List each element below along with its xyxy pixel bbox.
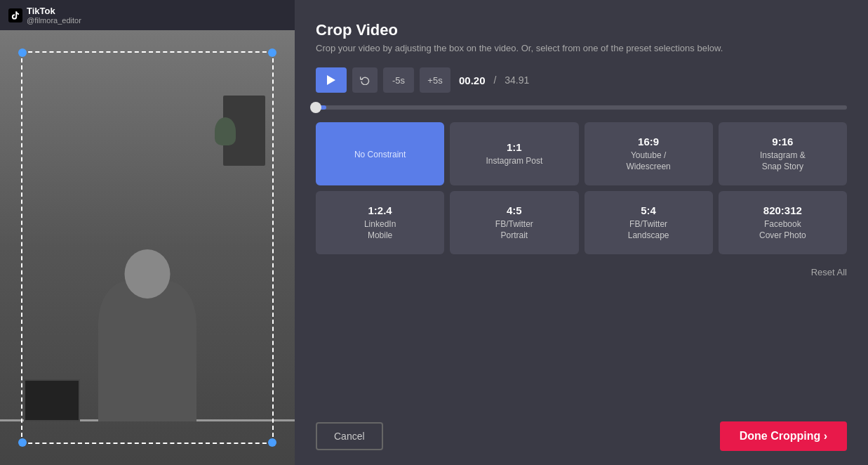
person-head (125, 249, 171, 299)
preset-4-5-label: FB/TwitterPortrait (495, 219, 533, 241)
cancel-button[interactable]: Cancel (316, 422, 383, 450)
total-time: 34.91 (505, 74, 529, 86)
svg-marker-0 (327, 75, 335, 85)
preset-9-16[interactable]: 9:16 Instagram &Snap Story (719, 122, 847, 185)
preset-820-312-label: FacebookCover Photo (759, 219, 806, 241)
reset-row: Reset All (316, 267, 847, 277)
video-background: A SCARY HALLOWEEN (0, 30, 295, 465)
plant (215, 117, 236, 145)
video-preview-panel: TikTok @filmora_editor A SCARY HALLOWEEN (0, 0, 295, 465)
monitor (24, 379, 80, 421)
preset-no-constraint[interactable]: No Constraint (316, 122, 444, 185)
reset-all-button[interactable]: Reset All (811, 267, 847, 277)
tiktok-info: TikTok @filmora_editor (27, 6, 81, 25)
preset-4-5-ratio: 4:5 (507, 204, 522, 216)
preset-16-9-ratio: 16:9 (638, 136, 659, 148)
reset-button[interactable] (352, 67, 378, 93)
progress-bar[interactable] (316, 105, 847, 110)
preset-16-9[interactable]: 16:9 Youtube /Widescreen (585, 122, 713, 185)
play-icon (327, 75, 335, 85)
preset-5-4-ratio: 5:4 (641, 204, 656, 216)
tiktok-name-label: TikTok (27, 6, 81, 16)
reset-icon (360, 75, 370, 85)
preset-9-16-ratio: 9:16 (772, 136, 793, 148)
panel-header: Crop Video Crop your video by adjusting … (316, 21, 847, 55)
current-time: 00.20 (459, 74, 486, 86)
preset-1-2-4-label: LinkedInMobile (364, 219, 396, 241)
preset-16-9-label: Youtube /Widescreen (626, 150, 670, 172)
preset-4-5[interactable]: 4:5 FB/TwitterPortrait (450, 191, 578, 254)
minus5-button[interactable]: -5s (383, 67, 414, 93)
play-button[interactable] (316, 67, 347, 93)
tiktok-logo-icon (8, 8, 22, 22)
tiktok-handle-label: @filmora_editor (27, 16, 81, 25)
playback-controls: -5s +5s 00.20 / 34.91 (316, 67, 847, 93)
progress-handle[interactable] (310, 102, 321, 113)
preset-1-2-4-ratio: 1:2.4 (368, 204, 392, 216)
preset-9-16-label: Instagram &Snap Story (760, 150, 806, 172)
preset-820-312[interactable]: 820:312 FacebookCover Photo (719, 191, 847, 254)
progress-bar-container[interactable] (316, 105, 847, 110)
preset-grid: No Constraint 1:1 Instagram Post 16:9 Yo… (316, 122, 847, 254)
preset-no-constraint-label: No Constraint (354, 150, 406, 161)
person-body (98, 281, 196, 421)
bottom-buttons: Cancel Done Cropping › (316, 421, 847, 451)
video-container: A SCARY HALLOWEEN (0, 30, 295, 465)
preset-820-312-ratio: 820:312 (763, 204, 802, 216)
panel-title: Crop Video (316, 21, 847, 39)
plus5-button[interactable]: +5s (420, 67, 450, 93)
preset-1-1-label: Instagram Post (486, 156, 543, 167)
tiktok-header: TikTok @filmora_editor (0, 0, 295, 30)
time-separator: / (491, 74, 500, 86)
video-content (0, 30, 295, 465)
preset-5-4[interactable]: 5:4 FB/TwitterLandscape (585, 191, 713, 254)
done-cropping-button[interactable]: Done Cropping › (720, 421, 847, 451)
crop-settings-panel: Crop Video Crop your video by adjusting … (295, 0, 868, 465)
preset-1-2-4[interactable]: 1:2.4 LinkedInMobile (316, 191, 444, 254)
panel-subtitle: Crop your video by adjusting the box on … (316, 42, 847, 55)
preset-1-1[interactable]: 1:1 Instagram Post (450, 122, 578, 185)
preset-5-4-label: FB/TwitterLandscape (628, 219, 669, 241)
preset-1-1-ratio: 1:1 (507, 141, 522, 153)
